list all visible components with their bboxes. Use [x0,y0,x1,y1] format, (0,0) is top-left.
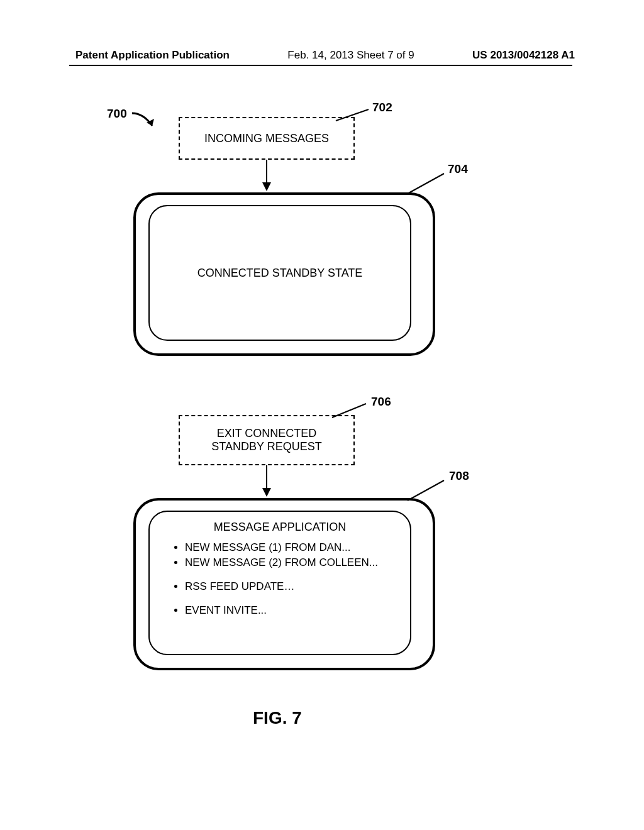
exit-request-line2: STANDBY REQUEST [180,440,353,453]
device-704-screen: CONNECTED STANDBY STATE [148,205,411,341]
arrow-702-704-head-icon [262,182,271,191]
header-rule [69,65,572,66]
ref-706: 706 [371,395,391,409]
svg-line-2 [408,174,444,194]
list-item: EVENT INVITE... [185,603,410,618]
figure-area: 700 INCOMING MESSAGES 702 CONNECTED STAN… [0,94,644,786]
svg-line-1 [336,109,369,121]
arrow-700-icon [131,112,160,131]
arrow-706-708-line [266,465,267,490]
header-center: Feb. 14, 2013 Sheet 7 of 9 [287,49,414,62]
header-right: US 2013/0042128 A1 [472,49,575,62]
list-item: NEW MESSAGE (2) FROM COLLEEN... [185,555,410,570]
page-header: Patent Application Publication Feb. 14, … [0,49,644,62]
incoming-messages-box: INCOMING MESSAGES [179,117,355,160]
figure-caption: FIG. 7 [253,708,302,728]
message-list: NEW MESSAGE (1) FROM DAN... NEW MESSAGE … [150,540,410,618]
svg-line-3 [332,404,366,418]
exit-request-box: EXIT CONNECTED STANDBY REQUEST [179,415,355,465]
arrow-702-704-line [266,160,267,185]
exit-request-line1: EXIT CONNECTED [180,427,353,440]
lead-708-icon [402,477,454,504]
ref-702: 702 [372,101,392,114]
arrow-706-708-head-icon [262,488,271,497]
connected-standby-label: CONNECTED STANDBY STATE [197,267,363,280]
ref-700: 700 [107,107,127,121]
lead-702-icon [333,106,377,124]
header-left: Patent Application Publication [75,49,230,62]
incoming-messages-label: INCOMING MESSAGES [180,132,353,145]
list-item: NEW MESSAGE (1) FROM DAN... [185,540,410,555]
ref-708: 708 [449,469,469,483]
ref-704: 704 [448,162,468,176]
message-app-title: MESSAGE APPLICATION [150,512,410,534]
lead-706-icon [328,400,375,421]
svg-line-4 [408,480,444,501]
lead-704-icon [404,170,454,197]
device-708: MESSAGE APPLICATION NEW MESSAGE (1) FROM… [133,498,435,670]
device-704: CONNECTED STANDBY STATE [133,192,435,356]
device-708-screen: MESSAGE APPLICATION NEW MESSAGE (1) FROM… [148,511,411,655]
list-item: RSS FEED UPDATE… [185,579,410,594]
